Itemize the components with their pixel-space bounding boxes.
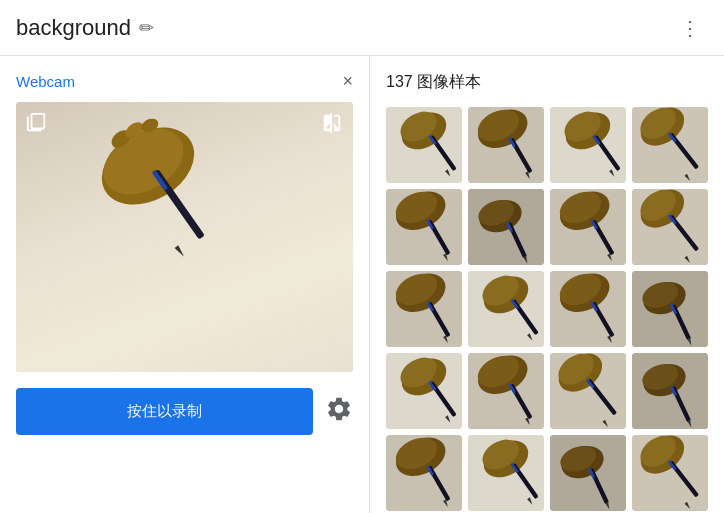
webcam-preview <box>16 102 353 372</box>
sample-thumb[interactable] <box>632 107 708 183</box>
app-header: background ✏ ⋮ <box>0 0 724 56</box>
sample-thumb[interactable] <box>468 435 544 511</box>
sample-thumb[interactable] <box>468 189 544 265</box>
sample-thumb[interactable] <box>386 189 462 265</box>
webcam-controls: 按住以录制 <box>16 388 353 435</box>
samples-grid <box>386 107 708 513</box>
hand-pen-illustration <box>76 112 256 292</box>
sample-thumb[interactable] <box>550 189 626 265</box>
svg-marker-7 <box>175 245 186 258</box>
sample-thumb[interactable] <box>468 271 544 347</box>
record-button[interactable]: 按住以录制 <box>16 388 313 435</box>
sample-thumb[interactable] <box>550 107 626 183</box>
sample-thumb[interactable] <box>386 435 462 511</box>
webcam-label: Webcam <box>16 73 75 90</box>
settings-icon[interactable] <box>325 395 353 429</box>
sample-thumb[interactable] <box>468 353 544 429</box>
sample-thumb[interactable] <box>550 353 626 429</box>
compare-icon[interactable] <box>321 112 343 139</box>
edit-icon[interactable]: ✏ <box>139 17 154 39</box>
sample-thumb[interactable] <box>550 435 626 511</box>
left-panel: Webcam × <box>0 56 370 513</box>
sample-thumb[interactable] <box>386 271 462 347</box>
page-title: background <box>16 15 131 41</box>
sample-thumb[interactable] <box>386 353 462 429</box>
webcam-header: Webcam × <box>16 72 353 90</box>
title-area: background ✏ <box>16 15 154 41</box>
sample-thumb[interactable] <box>632 353 708 429</box>
sample-thumb[interactable] <box>386 107 462 183</box>
sample-thumb[interactable] <box>632 271 708 347</box>
main-content: Webcam × <box>0 56 724 513</box>
sample-thumb[interactable] <box>632 189 708 265</box>
crop-icon[interactable] <box>26 112 48 139</box>
sample-thumb[interactable] <box>550 271 626 347</box>
samples-count: 137 图像样本 <box>386 72 708 93</box>
sample-thumb[interactable] <box>468 107 544 183</box>
close-icon[interactable]: × <box>342 72 353 90</box>
right-panel[interactable]: 137 图像样本 <box>370 56 724 513</box>
more-options-icon[interactable]: ⋮ <box>672 12 708 44</box>
sample-thumb[interactable] <box>632 435 708 511</box>
